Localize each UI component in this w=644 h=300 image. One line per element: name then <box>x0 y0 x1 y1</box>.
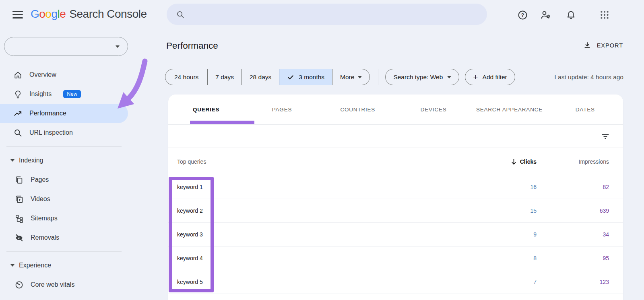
date-filter-more[interactable]: More <box>332 69 369 85</box>
sidebar-item-label: Pages <box>31 176 49 183</box>
clicks-cell: 9 <box>488 231 537 238</box>
add-filter-label: Add filter <box>483 74 507 81</box>
impressions-cell: 123 <box>537 279 609 285</box>
manage-users-icon[interactable] <box>540 9 551 21</box>
global-search-bar[interactable] <box>167 4 487 25</box>
sidebar-item-pages[interactable]: Pages <box>0 170 128 189</box>
sidebar-item-insights[interactable]: Insights New <box>0 84 128 104</box>
plus-icon: + <box>473 73 478 81</box>
date-range-filter-group: 24 hours 7 days 28 days 3 months More <box>165 69 370 85</box>
table-header-row: Top queries Clicks Impressions <box>168 148 623 175</box>
home-icon <box>13 70 23 80</box>
sidebar-item-performance[interactable]: Performance <box>0 104 128 123</box>
tab-countries[interactable]: COUNTRIES <box>320 95 396 124</box>
lightbulb-icon <box>13 90 23 99</box>
column-header-impressions[interactable]: Impressions <box>537 158 609 165</box>
impressions-cell: 82 <box>537 184 609 190</box>
new-badge: New <box>63 90 81 98</box>
table-row[interactable]: keyword 1 16 82 <box>168 175 623 199</box>
tab-devices[interactable]: DEVICES <box>396 95 471 124</box>
add-filter-button[interactable]: + Add filter <box>465 69 515 85</box>
chevron-down-icon <box>10 264 14 267</box>
query-cell: keyword 1 <box>177 184 488 190</box>
table-toolbar <box>168 125 623 148</box>
impressions-cell: 34 <box>537 231 609 238</box>
apps-grid-icon[interactable] <box>599 9 610 21</box>
sidebar-section-experience[interactable]: Experience <box>0 256 128 275</box>
column-header-label: Clicks <box>520 158 537 165</box>
hamburger-menu-icon[interactable] <box>12 11 23 18</box>
tab-label: COUNTRIES <box>340 107 375 113</box>
chevron-down-icon <box>10 159 14 162</box>
table-row[interactable]: keyword 5 7 123 <box>168 270 623 294</box>
sidebar-item-removals[interactable]: Removals <box>0 228 128 247</box>
page-title: Performance <box>166 41 218 51</box>
tab-label: SEARCH APPEARANCE <box>476 107 543 113</box>
sitemap-icon <box>14 214 24 223</box>
tab-label: DEVICES <box>421 107 447 113</box>
sidebar-item-label: Overview <box>29 71 56 78</box>
sidebar-item-label: Sitemaps <box>31 215 58 222</box>
impressions-cell: 639 <box>537 208 609 214</box>
logo-letter: g <box>51 8 57 21</box>
sidebar-item-overview[interactable]: Overview <box>0 65 128 84</box>
clicks-cell: 16 <box>488 184 537 190</box>
clicks-cell: 8 <box>488 255 537 261</box>
sidebar-item-url-inspection[interactable]: URL inspection <box>0 123 128 142</box>
tab-queries[interactable]: QUERIES <box>168 95 244 124</box>
sidebar-item-label: Insights <box>29 90 52 98</box>
help-icon[interactable]: ? <box>517 9 528 21</box>
clicks-cell: 15 <box>488 208 537 214</box>
sort-descending-icon <box>510 158 517 165</box>
search-input[interactable] <box>190 11 487 18</box>
column-header-clicks[interactable]: Clicks <box>488 158 537 165</box>
sidebar-item-videos[interactable]: Videos <box>0 189 128 209</box>
date-filter-28-days[interactable]: 28 days <box>242 69 279 85</box>
logo-letter: G <box>31 8 39 21</box>
sidebar-item-core-web-vitals[interactable]: Core web vitals <box>0 275 128 294</box>
sidebar-section-label: Indexing <box>19 157 43 164</box>
impressions-cell: 95 <box>537 255 609 261</box>
tab-label: PAGES <box>272 107 292 113</box>
report-tabs: QUERIES PAGES COUNTRIES DEVICES SEARCH A… <box>168 95 623 125</box>
sidebar-section-indexing[interactable]: Indexing <box>0 151 128 170</box>
sidebar-divider <box>6 146 122 147</box>
checkmark-icon <box>287 74 294 81</box>
active-tab-underline <box>190 121 254 124</box>
sidebar-divider <box>6 251 122 252</box>
trending-up-icon <box>13 109 23 118</box>
tab-dates[interactable]: DATES <box>547 95 623 124</box>
clicks-cell: 7 <box>488 279 537 285</box>
app-logo: G o o g l e Search Console <box>31 8 147 21</box>
date-filter-label: 28 days <box>250 74 271 81</box>
table-row[interactable]: keyword 4 8 95 <box>168 247 623 270</box>
filter-list-icon[interactable] <box>601 132 610 141</box>
export-label: EXPORT <box>597 42 623 49</box>
logo-letter: o <box>39 8 45 21</box>
table-row[interactable]: keyword 3 9 34 <box>168 223 623 247</box>
date-filter-label: 7 days <box>215 74 234 81</box>
download-icon <box>583 41 592 50</box>
date-filter-24-hours[interactable]: 24 hours <box>165 69 207 85</box>
notifications-icon[interactable] <box>565 9 576 21</box>
magnifier-icon <box>13 128 23 138</box>
property-selector[interactable] <box>4 37 128 56</box>
sidebar-item-sitemaps[interactable]: Sitemaps <box>0 209 128 228</box>
tab-search-appearance[interactable]: SEARCH APPEARANCE <box>471 95 547 124</box>
filter-row: 24 hours 7 days 28 days 3 months More Se… <box>165 69 623 85</box>
video-icon <box>14 195 24 204</box>
tab-label: DATES <box>576 107 595 113</box>
date-filter-3-months[interactable]: 3 months <box>279 69 332 85</box>
search-type-button[interactable]: Search type: Web <box>385 69 459 85</box>
search-icon <box>176 10 185 19</box>
logo-letter: o <box>45 8 51 21</box>
sidebar-nav: Overview Insights New Performance URL in… <box>0 65 128 294</box>
title-divider <box>165 61 623 61</box>
date-filter-label: 24 hours <box>174 74 198 81</box>
date-filter-7-days[interactable]: 7 days <box>207 69 242 85</box>
export-button[interactable]: EXPORT <box>583 41 623 50</box>
table-row[interactable]: keyword 2 15 639 <box>168 199 623 223</box>
sidebar-section-label: Experience <box>19 262 51 269</box>
tab-pages[interactable]: PAGES <box>244 95 320 124</box>
pages-icon <box>14 175 24 185</box>
